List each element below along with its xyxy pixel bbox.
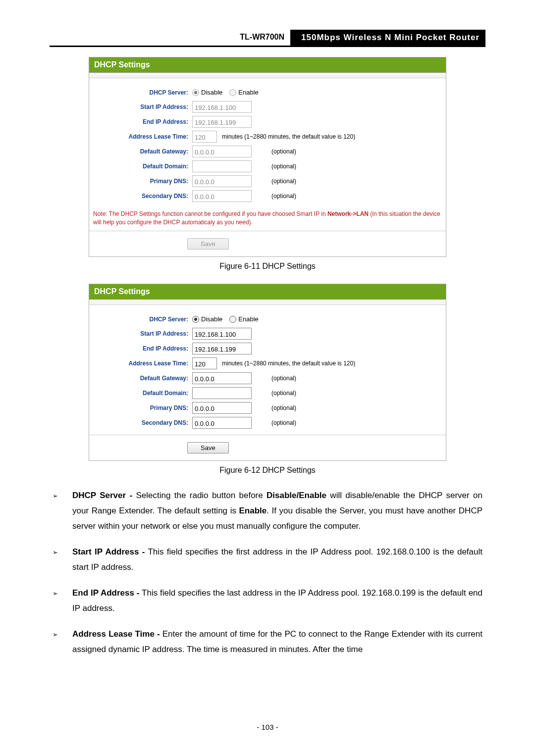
bullet-icon: ➢ (53, 626, 72, 641)
desc-text: End IP Address - This field specifies th… (72, 585, 482, 616)
row-start-ip: Start IP Address: 192.168.1.100 (94, 328, 441, 340)
row-primary-dns: Primary DNS: 0.0.0.0 (optional) (94, 402, 441, 414)
save-button[interactable]: Save (187, 442, 229, 454)
radio-disable-option[interactable]: Disable (192, 87, 222, 98)
desc-bold: Disable/Enable (267, 491, 326, 500)
row-secondary-dns: Secondary DNS: 0.0.0.0 (optional) (94, 190, 441, 202)
input-lease[interactable]: 120 (192, 357, 217, 369)
panel-title: DHCP Settings (89, 57, 446, 73)
desc-item-dhcp-server: ➢ DHCP Server - Selecting the radio butt… (53, 488, 482, 534)
hint-optional: (optional) (271, 161, 296, 172)
desc-text: DHCP Server - Selecting the radio button… (72, 488, 482, 534)
row-dhcp-server: DHCP Server: Disable Enable (94, 87, 441, 98)
desc-head: Start IP Address - (72, 547, 145, 556)
row-end-ip: End IP Address: 192.168.1.199 (94, 343, 441, 354)
row-gateway: Default Gateway: 0.0.0.0 (optional) (94, 146, 441, 157)
hint-optional: (optional) (271, 176, 296, 187)
desc-frag: Selecting the radio button before (132, 491, 267, 500)
label-gateway: Default Gateway: (94, 146, 192, 157)
label-secondary-dns: Secondary DNS: (94, 417, 192, 428)
radio-enable-label: Enable (238, 314, 258, 325)
desc-head: End IP Address - (72, 588, 140, 598)
input-end-ip[interactable]: 192.168.1.199 (192, 343, 252, 354)
label-domain: Default Domain: (94, 161, 192, 172)
input-domain[interactable] (192, 160, 252, 172)
hint-optional: (optional) (271, 373, 296, 384)
hint-optional: (optional) (271, 191, 296, 202)
label-dhcp-server: DHCP Server: (94, 314, 192, 325)
radio-enable-option[interactable]: Enable (229, 87, 258, 98)
desc-item-lease-time: ➢ Address Lease Time - Enter the amount … (53, 626, 482, 657)
input-gateway[interactable]: 0.0.0.0 (192, 372, 252, 384)
label-secondary-dns: Secondary DNS: (94, 191, 192, 202)
row-end-ip: End IP Address: 192.168.1.199 (94, 116, 441, 128)
desc-bold: Enable (239, 506, 267, 515)
smart-ip-note: Note: The DHCP Settings function cannot … (89, 208, 446, 231)
input-start-ip[interactable]: 192.168.1.100 (192, 101, 252, 113)
product-title: 150Mbps Wireless N Mini Pocket Router (295, 30, 485, 46)
label-primary-dns: Primary DNS: (94, 403, 192, 413)
desc-head: Address Lease Time - (72, 629, 160, 639)
radio-disable-label: Disable (201, 87, 222, 98)
radio-icon (192, 316, 199, 323)
desc-text: Address Lease Time - Enter the amount of… (72, 626, 482, 657)
input-start-ip[interactable]: 192.168.1.100 (192, 328, 252, 340)
label-primary-dns: Primary DNS: (94, 176, 192, 187)
radio-icon (192, 89, 199, 96)
bullet-icon: ➢ (53, 544, 72, 558)
row-domain: Default Domain: (optional) (94, 160, 441, 172)
label-start-ip: Start IP Address: (94, 101, 192, 112)
label-start-ip: Start IP Address: (94, 328, 192, 339)
radio-disable-label: Disable (201, 314, 222, 325)
panel-subbar (89, 73, 446, 78)
radio-icon (229, 89, 236, 96)
panel-body: DHCP Server: Disable Enable Start IP Add… (89, 78, 446, 208)
input-domain[interactable] (192, 387, 252, 399)
input-end-ip[interactable]: 192.168.1.199 (192, 116, 252, 128)
label-end-ip: End IP Address: (94, 343, 192, 354)
hint-optional: (optional) (271, 388, 296, 399)
panel-footer: Save (89, 435, 446, 460)
bullet-icon: ➢ (53, 488, 72, 502)
panel-subbar (89, 300, 446, 305)
input-secondary-dns[interactable]: 0.0.0.0 (192, 190, 252, 202)
model-number: TL-WR700N (234, 30, 295, 46)
description-list: ➢ DHCP Server - Selecting the radio butt… (50, 488, 485, 657)
hint-optional: (optional) (271, 403, 296, 413)
row-domain: Default Domain: (optional) (94, 387, 441, 399)
panel-title: DHCP Settings (89, 284, 446, 300)
hint-lease: minutes (1~2880 minutes, the default val… (222, 131, 355, 142)
desc-text: Start IP Address - This field specifies … (72, 544, 482, 575)
bullet-icon: ➢ (53, 585, 72, 600)
figure-caption-611: Figure 6-11 DHCP Settings (50, 262, 485, 271)
radio-disable-option[interactable]: Disable (192, 314, 222, 325)
label-dhcp-server: DHCP Server: (94, 87, 192, 98)
input-primary-dns[interactable]: 0.0.0.0 (192, 175, 252, 187)
input-secondary-dns[interactable]: 0.0.0.0 (192, 417, 252, 429)
dhcp-settings-panel-disabled: DHCP Settings DHCP Server: Disable Enabl… (89, 57, 446, 257)
page-number: - 103 - (0, 723, 535, 731)
radio-icon (229, 316, 236, 323)
radio-enable-label: Enable (238, 87, 258, 98)
page: TL-WR700N 150Mbps Wireless N Mini Pocket… (0, 0, 535, 756)
desc-head: DHCP Server - (72, 491, 132, 500)
input-lease[interactable]: 120 (192, 131, 217, 143)
label-lease: Address Lease Time: (94, 131, 192, 142)
radio-enable-option[interactable]: Enable (229, 314, 258, 325)
input-primary-dns[interactable]: 0.0.0.0 (192, 402, 252, 414)
row-lease: Address Lease Time: 120 minutes (1~2880 … (94, 131, 441, 143)
save-button[interactable]: Save (187, 238, 229, 250)
label-lease: Address Lease Time: (94, 358, 192, 369)
note-text-b: Network->LAN (327, 210, 369, 217)
label-domain: Default Domain: (94, 388, 192, 399)
note-text-a: Note: The DHCP Settings function cannot … (93, 210, 327, 217)
input-gateway[interactable]: 0.0.0.0 (192, 146, 252, 157)
desc-item-end-ip: ➢ End IP Address - This field specifies … (53, 585, 482, 616)
figure-caption-612: Figure 6-12 DHCP Settings (50, 466, 485, 475)
panel-body: DHCP Server: Disable Enable Start IP Add… (89, 305, 446, 435)
hint-optional: (optional) (271, 417, 296, 428)
row-dhcp-server: DHCP Server: Disable Enable (94, 314, 441, 325)
label-gateway: Default Gateway: (94, 373, 192, 384)
row-primary-dns: Primary DNS: 0.0.0.0 (optional) (94, 175, 441, 187)
dhcp-settings-panel-enabled: DHCP Settings DHCP Server: Disable Enabl… (89, 284, 446, 461)
